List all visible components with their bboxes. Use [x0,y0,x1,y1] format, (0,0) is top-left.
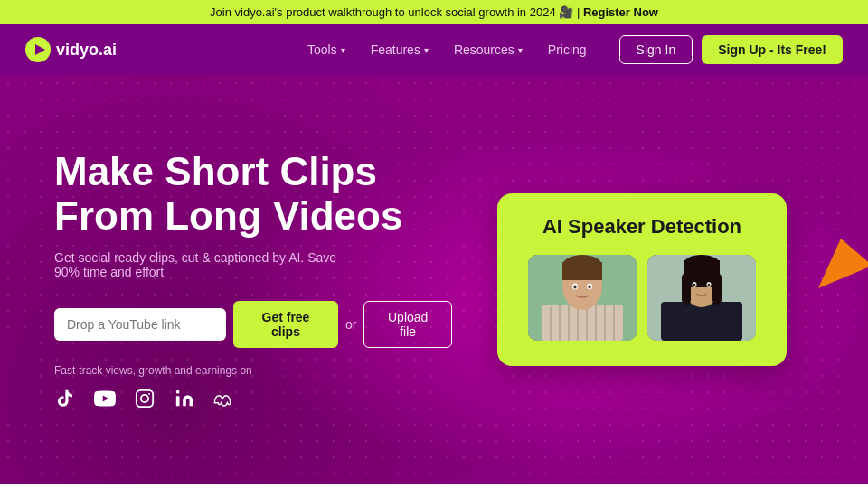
youtube-icon[interactable] [94,388,116,409]
hero-section: Make Short Clips From Long Videos Get so… [0,75,868,484]
chevron-down-icon: ▾ [424,45,429,55]
logo-text: vidyo.ai [56,41,117,60]
svg-point-22 [574,286,577,289]
announcement-text: Join vidyo.ai's product walkthrough to u… [210,5,556,19]
logo-area[interactable]: vidyo.ai [25,37,117,62]
tiktok-icon[interactable] [54,388,76,409]
upload-file-button[interactable]: Upload file [363,301,452,348]
social-platforms-label: Fast-track views, growth and earnings on [54,364,452,377]
ai-card-images [523,255,761,341]
heading-line1: Make Short Clips [54,149,377,193]
chevron-down-icon: ▾ [518,45,523,55]
hero-subtext: Get social ready clips, cut & captioned … [54,250,362,279]
social-icons [54,388,452,409]
announcement-bar: Join vidyo.ai's product walkthrough to u… [0,0,868,24]
svg-rect-19 [562,262,602,280]
announcement-emoji: 🎥 | [559,5,583,19]
svg-point-5 [176,390,180,394]
person-2-image [647,255,756,341]
hero-right: AI Speaker Detection [452,193,814,366]
ai-card-title: AI Speaker Detection [523,215,761,239]
linkedin-icon[interactable] [174,388,195,409]
nav-resources[interactable]: Resources ▾ [443,37,533,62]
chevron-down-icon: ▾ [341,45,345,55]
navbar: vidyo.ai Tools ▾ Features ▾ Resources ▾ … [0,24,868,75]
svg-rect-30 [682,273,691,305]
svg-point-35 [708,284,711,287]
svg-rect-31 [712,273,722,305]
ai-person-1 [528,255,637,341]
nav-features[interactable]: Features ▾ [360,37,439,62]
svg-point-34 [693,284,696,287]
svg-rect-25 [661,302,742,341]
youtube-link-input[interactable] [54,308,226,341]
instagram-icon[interactable] [134,388,156,409]
hero-left: Make Short Clips From Long Videos Get so… [54,150,452,409]
nav-links: Tools ▾ Features ▾ Resources ▾ Pricing [297,37,598,62]
svg-marker-36 [818,239,868,288]
svg-point-23 [589,286,591,289]
input-row: Get free clips or Upload file [54,301,452,348]
announcement-cta[interactable]: Register Now [583,5,658,19]
hero-heading: Make Short Clips From Long Videos [54,150,452,238]
svg-point-3 [141,395,148,402]
nav-actions: Sign In Sign Up - Its Free! [619,35,843,64]
nav-pricing[interactable]: Pricing [537,37,598,62]
signup-button[interactable]: Sign Up - Its Free! [702,35,843,64]
nav-tools[interactable]: Tools ▾ [297,37,356,62]
ai-person-2 [647,255,756,341]
get-clips-button[interactable]: Get free clips [233,301,338,348]
svg-rect-2 [137,390,153,407]
signin-button[interactable]: Sign In [619,35,693,64]
person-1-image [528,255,637,341]
vidyo-logo-icon [25,37,51,62]
ai-speaker-card: AI Speaker Detection [497,193,787,366]
or-separator: or [345,317,356,332]
heading-line2: From Long Videos [54,193,402,238]
meta-icon[interactable] [213,388,235,409]
svg-point-4 [148,393,150,395]
